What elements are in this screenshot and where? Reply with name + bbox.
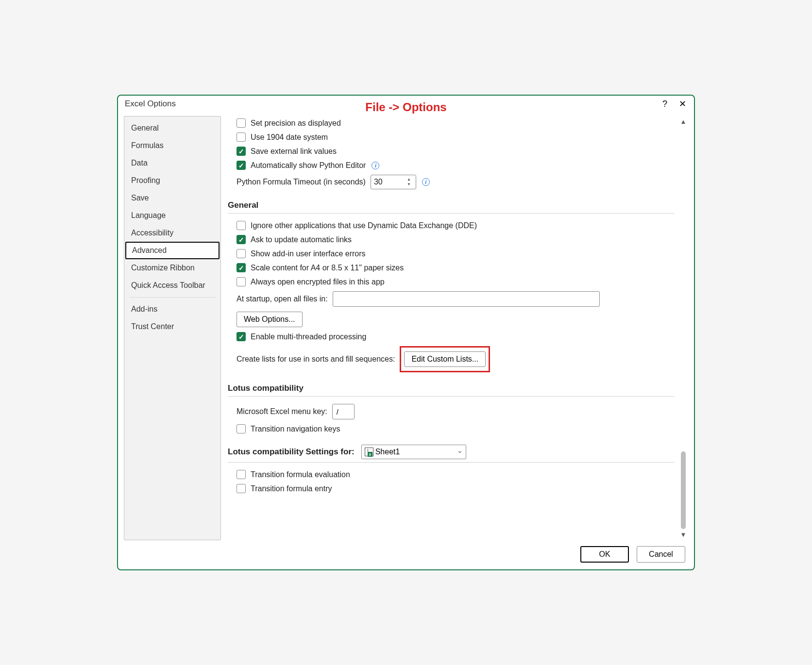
save-external-checkbox[interactable] bbox=[237, 147, 246, 156]
scroll-thumb[interactable] bbox=[681, 451, 686, 529]
ok-button[interactable]: OK bbox=[580, 546, 629, 563]
show-addin-errors-checkbox[interactable] bbox=[237, 249, 246, 258]
scale-content-checkbox[interactable] bbox=[237, 263, 246, 272]
sidebar-separator bbox=[129, 297, 216, 298]
transition-nav-checkbox[interactable] bbox=[237, 424, 246, 433]
menu-key-label: Microsoft Excel menu key: bbox=[237, 407, 327, 416]
sidebar-item-data[interactable]: Data bbox=[124, 154, 220, 172]
sidebar: General Formulas Data Proofing Save Lang… bbox=[124, 116, 221, 540]
scroll-down-icon[interactable]: ▼ bbox=[680, 529, 687, 540]
edit-custom-lists-button[interactable]: Edit Custom Lists... bbox=[404, 351, 486, 367]
show-addin-errors-label: Show add-in user interface errors bbox=[251, 249, 366, 258]
info-icon[interactable]: i bbox=[372, 162, 379, 169]
help-icon[interactable]: ? bbox=[662, 99, 667, 109]
ask-update-label: Ask to update automatic links bbox=[251, 235, 352, 244]
spinner-up-icon[interactable]: ▲ bbox=[407, 177, 414, 182]
startup-label: At startup, open all files in: bbox=[237, 295, 328, 303]
excel-options-dialog: Excel Options File -> Options ? ✕ Genera… bbox=[117, 95, 695, 570]
startup-input[interactable] bbox=[333, 291, 600, 307]
titlebar: Excel Options File -> Options ? ✕ bbox=[118, 96, 694, 111]
lotus-heading: Lotus compatibility bbox=[228, 383, 675, 393]
sidebar-item-trust-center[interactable]: Trust Center bbox=[124, 318, 220, 335]
section-rule bbox=[228, 213, 675, 214]
sidebar-item-language[interactable]: Language bbox=[124, 207, 220, 224]
sidebar-item-proofing[interactable]: Proofing bbox=[124, 172, 220, 189]
formula-entry-label: Transition formula entry bbox=[251, 484, 332, 493]
menu-key-input[interactable] bbox=[332, 404, 355, 419]
python-timeout-value: 30 bbox=[374, 178, 383, 186]
sidebar-item-customize-ribbon[interactable]: Customize Ribbon bbox=[124, 259, 220, 277]
always-encrypted-label: Always open encrypted files in this app bbox=[251, 278, 385, 286]
ignore-dde-label: Ignore other applications that use Dynam… bbox=[251, 221, 477, 230]
web-options-button[interactable]: Web Options... bbox=[237, 312, 303, 327]
save-external-label: Save external link values bbox=[251, 147, 337, 156]
formula-eval-checkbox[interactable] bbox=[237, 470, 246, 479]
ask-update-checkbox[interactable] bbox=[237, 235, 246, 244]
annotation-overlay: File -> Options bbox=[365, 100, 446, 114]
multithread-checkbox[interactable] bbox=[237, 332, 246, 341]
sidebar-item-advanced[interactable]: Advanced bbox=[125, 242, 220, 259]
section-rule bbox=[228, 462, 675, 463]
general-heading: General bbox=[228, 200, 675, 210]
python-timeout-label: Python Formula Timeout (in seconds) bbox=[237, 178, 366, 186]
lotus-sheet-select[interactable]: Sheet1 bbox=[361, 445, 466, 459]
python-editor-label: Automatically show Python Editor bbox=[251, 161, 366, 170]
always-encrypted-checkbox[interactable] bbox=[237, 277, 246, 286]
dialog-footer: OK Cancel bbox=[118, 540, 694, 569]
date1904-label: Use 1904 date system bbox=[251, 133, 328, 142]
sidebar-item-save[interactable]: Save bbox=[124, 189, 220, 207]
precision-label: Set precision as displayed bbox=[251, 119, 341, 128]
formula-entry-checkbox[interactable] bbox=[237, 484, 246, 493]
close-icon[interactable]: ✕ bbox=[679, 99, 686, 109]
sidebar-item-accessibility[interactable]: Accessibility bbox=[124, 224, 220, 242]
spinner-down-icon[interactable]: ▼ bbox=[407, 182, 414, 187]
ignore-dde-checkbox[interactable] bbox=[237, 221, 246, 230]
window-title: Excel Options bbox=[125, 99, 176, 109]
sidebar-item-formulas[interactable]: Formulas bbox=[124, 137, 220, 154]
info-icon[interactable]: i bbox=[422, 178, 430, 186]
scroll-track[interactable] bbox=[678, 127, 688, 529]
formula-eval-label: Transition formula evaluation bbox=[251, 470, 350, 479]
precision-checkbox[interactable] bbox=[237, 118, 246, 128]
create-lists-label: Create lists for use in sorts and fill s… bbox=[237, 355, 395, 364]
lotus-sheet-value: Sheet1 bbox=[375, 448, 400, 456]
transition-nav-label: Transition navigation keys bbox=[251, 425, 340, 433]
content-pane: Set precision as displayed Use 1904 date… bbox=[228, 116, 677, 540]
date1904-checkbox[interactable] bbox=[237, 133, 246, 142]
worksheet-icon bbox=[365, 448, 373, 456]
python-editor-checkbox[interactable] bbox=[237, 161, 246, 170]
sidebar-item-addins[interactable]: Add-ins bbox=[124, 300, 220, 318]
lotus-settings-heading: Lotus compatibility Settings for: bbox=[228, 447, 355, 457]
cancel-button[interactable]: Cancel bbox=[637, 546, 685, 563]
scroll-up-icon[interactable]: ▲ bbox=[680, 116, 687, 127]
multithread-label: Enable multi-threaded processing bbox=[251, 332, 366, 341]
sidebar-item-quick-access[interactable]: Quick Access Toolbar bbox=[124, 277, 220, 294]
section-rule bbox=[228, 396, 675, 397]
sidebar-item-general[interactable]: General bbox=[124, 119, 220, 137]
scrollbar[interactable]: ▲ ▼ bbox=[678, 116, 688, 540]
python-timeout-input[interactable]: 30 ▲ ▼ bbox=[371, 175, 416, 189]
annotation-highlight: Edit Custom Lists... bbox=[400, 346, 490, 372]
scale-content-label: Scale content for A4 or 8.5 x 11" paper … bbox=[251, 264, 404, 272]
